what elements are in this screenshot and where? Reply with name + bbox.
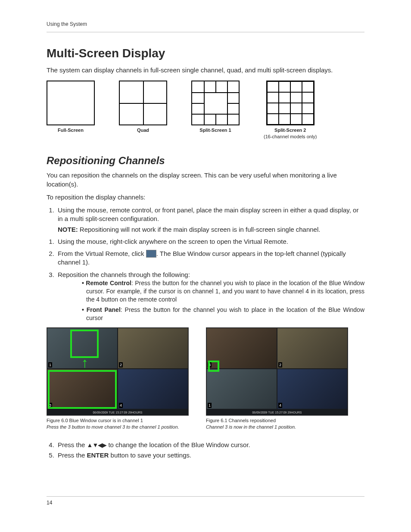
heading-repositioning: Repositioning Channels	[47, 154, 364, 168]
steps-list-a: Using the mouse, remote control, or fron…	[47, 206, 364, 234]
figure-6-0-title: Figure 6.0 Blue Window cursor is in chan…	[47, 418, 143, 423]
channel-3-highlight	[48, 370, 117, 409]
step-3: Reposition the channels through the foll…	[56, 271, 364, 323]
figure-6-0: 1 2 3 4 ↑ 06/09/2009 TUE 15:27:09 29HOUR…	[47, 327, 189, 430]
bullet-remote-control: Remote Control: Press the button for the…	[82, 279, 364, 304]
note-text: Repositioning will not work if the main …	[78, 226, 321, 233]
mode-split-2: Split-Screen 2 (16-channel models only)	[264, 81, 317, 140]
running-header: Using the System	[47, 21, 364, 28]
diagram-split-1	[191, 81, 240, 125]
step-1a: Using the mouse, remote control, or fron…	[56, 206, 364, 234]
mode-full-screen: Full-Screen	[47, 81, 95, 140]
status-bar: 06/09/2009 TUE 15:27:09 29HOURS	[47, 409, 188, 415]
step-5-enter: ENTER	[87, 451, 109, 459]
ch-num: 1	[48, 362, 52, 367]
steps-list-c: Press the ▲▼◀▶ to change the location of…	[47, 441, 364, 460]
label-split-1: Split-Screen 1	[199, 127, 231, 134]
step-3-sublist: Remote Control: Press the button for the…	[58, 279, 364, 322]
figure-6-1-image: 3 2 1 4 06/09/2009 TUE 15:27:09 29HOURS	[206, 327, 348, 416]
ch-num: 1	[208, 403, 212, 408]
bullet-fp-text: : Press the button for the channel you w…	[86, 306, 364, 321]
step-1a-text: Using the mouse, remote control, or fron…	[58, 206, 358, 222]
bullet-rc-label: Remote Control	[86, 280, 131, 286]
para-to-reposition: To reposition the display channels:	[47, 193, 364, 202]
figure-6-1-title: Figure 6.1 Channels repositioned	[206, 418, 276, 423]
bullet-front-panel: Front Panel: Press the button for the ch…	[82, 306, 364, 322]
intro-text: The system can display channels in full-…	[47, 66, 364, 75]
ch-num: 2	[119, 362, 123, 367]
blue-window-cursor	[208, 361, 219, 372]
figure-6-1: 3 2 1 4 06/09/2009 TUE 15:27:09 29HOURS …	[206, 327, 348, 430]
para-reposition-intro: You can reposition the channels on the d…	[47, 171, 364, 189]
ch-num: 4	[278, 403, 282, 408]
figures-row: 1 2 3 4 ↑ 06/09/2009 TUE 15:27:09 29HOUR…	[47, 327, 364, 430]
note-line: NOTE: Repositioning will not work if the…	[58, 225, 364, 234]
page-footer: 14	[47, 496, 364, 506]
figure-6-0-sub: Press the 3 button to move channel 3 to …	[47, 424, 189, 430]
diagram-split-2	[266, 81, 314, 125]
ch-num: 4	[119, 403, 123, 408]
label-quad: Quad	[137, 127, 149, 134]
label-split-2-sub: (16-channel models only)	[264, 134, 317, 140]
arrow-up-icon: ↑	[81, 354, 88, 372]
steps-list-b: Using the mouse, right-click anywhere on…	[47, 237, 364, 322]
bullet-fp-label: Front Panel	[87, 306, 121, 313]
step-5-text-b: button to save your settings.	[109, 451, 191, 459]
status-bar: 06/09/2009 TUE 15:27:09 29HOURS	[206, 409, 348, 415]
note-label: NOTE:	[58, 226, 78, 233]
figure-6-1-sub: Channel 3 is now in the channel 1 positi…	[206, 424, 348, 430]
step-1b: Using the mouse, right-click anywhere on…	[56, 237, 364, 246]
step-5-text-a: Press the	[58, 451, 87, 459]
window-reposition-icon	[146, 250, 156, 258]
step-4: Press the ▲▼◀▶ to change the location of…	[56, 441, 364, 449]
step-4-text-a: Press the	[58, 441, 87, 448]
mode-quad: Quad	[119, 81, 167, 140]
diagram-quad	[119, 81, 167, 125]
page-number: 14	[47, 500, 52, 506]
step-2: From the Virtual Remote, click . The Blu…	[56, 249, 364, 267]
step-4-text-b: to change the location of the Blue Windo…	[106, 441, 250, 448]
label-full-screen: Full-Screen	[58, 127, 84, 134]
figure-6-0-image: 1 2 3 4 ↑ 06/09/2009 TUE 15:27:09 29HOUR…	[47, 327, 189, 416]
figure-6-0-caption: Figure 6.0 Blue Window cursor is in chan…	[47, 417, 189, 430]
figure-6-1-caption: Figure 6.1 Channels repositioned Channel…	[206, 417, 348, 430]
diagram-full-screen	[47, 81, 95, 125]
label-split-2: Split-Screen 2	[274, 127, 306, 134]
heading-multi-screen: Multi-Screen Display	[47, 45, 364, 62]
step-5: Press the ENTER button to save your sett…	[56, 451, 364, 460]
arrow-keys-icon: ▲▼◀▶	[87, 442, 107, 448]
mode-split-1: Split-Screen 1	[191, 81, 240, 140]
header-rule	[47, 32, 364, 32]
ch-num: 2	[278, 362, 282, 367]
step-3-text: Reposition the channels through the foll…	[58, 271, 190, 278]
step-2-text-a: From the Virtual Remote, click	[58, 250, 146, 257]
display-mode-diagrams: Full-Screen Quad Split-Screen 1 Split-Sc…	[47, 81, 364, 140]
